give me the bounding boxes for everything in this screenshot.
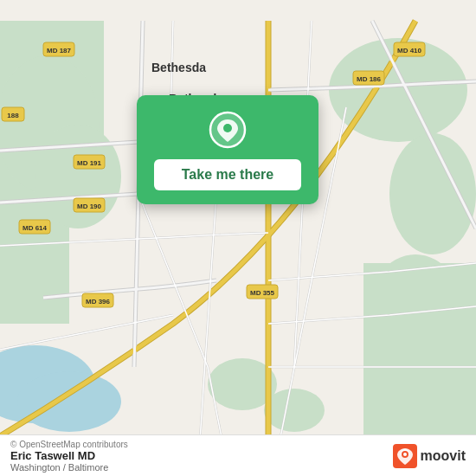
road-label-md396: MD 396: [86, 298, 111, 306]
location-region: Washington / Baltimore: [10, 462, 128, 473]
moovit-logo: moovit: [393, 444, 466, 468]
svg-point-3: [35, 125, 121, 228]
road-label-md614: MD 614: [23, 224, 48, 232]
moovit-text: moovit: [421, 448, 466, 464]
map-container: MD 187 MD 191 MD 190 MD 614 MD 396 MD 35…: [0, 0, 476, 476]
road-label-md410: MD 410: [397, 47, 422, 55]
svg-point-9: [264, 389, 325, 432]
svg-point-27: [403, 453, 407, 456]
bottom-left: © OpenStreetMap contributors Eric Taswel…: [10, 440, 128, 473]
road-label-md355: MD 355: [250, 289, 275, 297]
road-label-md187: MD 187: [47, 47, 72, 55]
road-label-188: 188: [7, 112, 19, 119]
popup-card: Take me there: [137, 95, 318, 204]
map-svg: MD 187 MD 191 MD 190 MD 614 MD 396 MD 35…: [0, 0, 476, 476]
attribution-text: © OpenStreetMap contributors: [10, 440, 128, 449]
svg-point-11: [17, 371, 121, 432]
svg-point-5: [389, 133, 476, 254]
road-label-md186: MD 186: [357, 75, 382, 83]
bottom-bar: © OpenStreetMap contributors Eric Taswel…: [0, 434, 476, 476]
svg-point-23: [223, 124, 232, 132]
road-label-md190: MD 190: [77, 203, 102, 210]
svg-rect-7: [363, 263, 476, 436]
location-name: Eric Taswell MD: [10, 449, 128, 462]
moovit-logo-icon: [393, 444, 417, 468]
take-me-there-button[interactable]: Take me there: [154, 159, 301, 190]
road-label-md191: MD 191: [77, 159, 102, 167]
map-pin-icon: [209, 111, 247, 149]
